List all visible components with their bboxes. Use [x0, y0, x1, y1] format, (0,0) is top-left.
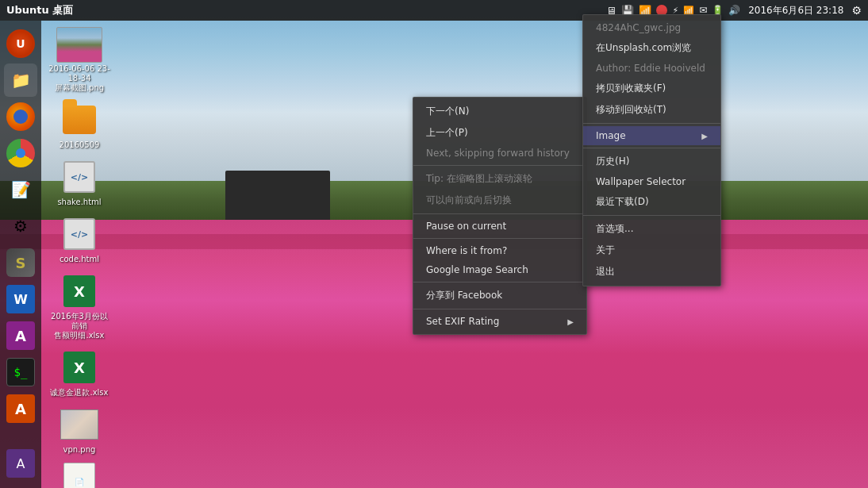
desktop-icon-excel2[interactable]: X 诚意金退款.xlsx	[48, 348, 111, 398]
files-icon: 📁	[11, 71, 31, 90]
menu-item-move[interactable]: 移动到回收站(T)	[583, 99, 720, 121]
font-icon: A	[6, 321, 35, 350]
desktop-icon-excel1[interactable]: X 2016年3月份以前销售额明细.xlsx	[48, 272, 111, 340]
desktop-icon-wechat[interactable]: 📄 微信公众号发消息.txt	[48, 463, 111, 488]
settings-dock-icon: ⚙	[13, 217, 28, 236]
datetime-label: 2016年6月6日 23:18	[748, 4, 843, 17]
separator-5	[413, 309, 586, 309]
dock-item-font[interactable]: A	[4, 319, 37, 352]
menu-item-history[interactable]: 历史(H)	[583, 151, 720, 172]
menu-item-recent[interactable]: 最近下载(D)	[583, 191, 720, 213]
sublime-icon: S	[6, 248, 35, 277]
wechat-icon: 📄	[60, 463, 98, 488]
separator-2	[413, 213, 586, 214]
topbar: Ubuntu 桌面 🖥 💾 📶 ⚡ 📶 ✉ 🔋 🔊 2016年6月6日 23:1…	[0, 0, 868, 21]
firefox-globe	[13, 110, 28, 124]
vpn-icon	[60, 405, 98, 444]
context-menu-left: 下一个(N) 上一个(P) Next, skipping forward his…	[413, 97, 587, 335]
dock-item-sublime[interactable]: S	[4, 246, 37, 279]
dock-item-word[interactable]: W	[4, 282, 37, 316]
barn	[225, 171, 329, 220]
dock-item-texteditor[interactable]: 📝	[4, 173, 37, 206]
folder2016-label: 20160509	[60, 140, 100, 150]
menu-item-tip1: Tip: 在缩略图上滚动滚轮	[413, 168, 586, 190]
texteditor-icon: 📝	[11, 180, 31, 199]
menu-item-image[interactable]: Image ▶	[583, 126, 720, 145]
code-label: code.html	[60, 255, 99, 264]
dock-item-ubuntu[interactable]: U	[4, 27, 37, 60]
menu-item-quit[interactable]: 退出	[583, 261, 720, 282]
terminal-icon: $_	[6, 358, 35, 386]
separator-3	[413, 238, 586, 239]
word-icon: W	[6, 285, 35, 313]
desktop-icon-screenshot[interactable]: 2016-06-06 23-18-34屏幕截图.png	[48, 27, 111, 93]
dock: U 📁 📝 ⚙ S W	[0, 21, 41, 488]
menu-item-facebook[interactable]: 分享到 Facebook	[413, 285, 586, 306]
dock-item-settings[interactable]: ⚙	[4, 209, 37, 243]
menu-item-author: Author: Eddie Hooiveld	[583, 59, 720, 78]
more-icon: A	[6, 449, 35, 478]
exif-arrow-icon: ▶	[567, 317, 574, 326]
desktop: Ubuntu 桌面 🖥 💾 📶 ⚡ 📶 ✉ 🔋 🔊 2016年6月6日 23:1…	[0, 0, 868, 488]
menu-item-copy[interactable]: 拷贝到收藏夹(F)	[583, 78, 720, 99]
separator-r3	[583, 215, 720, 216]
separator-r1	[583, 123, 720, 124]
excel2-label: 诚意金退款.xlsx	[50, 388, 108, 398]
excel2-icon: X	[60, 348, 98, 386]
menu-item-exif[interactable]: Set EXIF Rating ▶	[413, 312, 586, 331]
chrome-center	[16, 148, 25, 158]
separator-1	[413, 165, 586, 166]
separator-r2	[583, 148, 720, 148]
chrome-icon	[6, 139, 35, 167]
vpn-label: vpn.png	[63, 445, 96, 455]
shake-icon: </>	[60, 158, 98, 196]
volume-icon: 🔊	[728, 5, 740, 16]
separator-4	[413, 282, 586, 282]
code-icon: </>	[60, 215, 98, 253]
topbar-title: Ubuntu 桌面	[6, 3, 73, 17]
ubuntu-logo: U	[6, 29, 35, 58]
menu-item-where[interactable]: Where is it from?	[413, 241, 586, 260]
firefox-icon	[6, 102, 35, 131]
menu-item-wallpaper[interactable]: Wallpaper Selector	[583, 172, 720, 191]
desktop-icon-vpn[interactable]: vpn.png	[48, 405, 111, 455]
screenshot-preview	[56, 27, 102, 63]
archive-icon: A	[6, 394, 35, 423]
menu-item-pause[interactable]: Pause on current	[413, 217, 586, 236]
dock-item-chrome[interactable]	[4, 136, 37, 170]
desktop-icons-area: 2016-06-06 23-18-34屏幕截图.png 20160509 </>…	[48, 24, 111, 488]
menu-item-prev[interactable]: 上一个(P)	[413, 122, 586, 144]
context-menu-right: 4824AhC_gwc.jpg 在Unsplash.com浏览 Author: …	[582, 14, 721, 286]
dock-item-terminal[interactable]: $_	[4, 355, 37, 389]
menu-item-google[interactable]: Google Image Search	[413, 260, 586, 279]
excel1-label: 2016年3月份以前销售额明细.xlsx	[48, 312, 110, 340]
menu-item-prefs[interactable]: 首选项...	[583, 218, 720, 240]
shake-label: shake.html	[57, 198, 101, 207]
dock-item-archive[interactable]: A	[4, 392, 37, 425]
menu-item-about[interactable]: 关于	[583, 240, 720, 261]
folder2016-icon	[60, 101, 98, 139]
screenshot-label: 2016-06-06 23-18-34屏幕截图.png	[48, 64, 110, 93]
settings-icon[interactable]: ⚙	[851, 4, 862, 17]
dock-item-more[interactable]: A	[4, 447, 37, 480]
desktop-icon-code[interactable]: </> code.html	[48, 215, 111, 264]
dock-item-firefox[interactable]	[4, 100, 37, 133]
menu-item-filename: 4824AhC_gwc.jpg	[583, 18, 720, 37]
menu-item-next-skip: Next, skipping forward history	[413, 144, 586, 163]
dock-item-files[interactable]: 📁	[4, 63, 37, 97]
menu-item-tip2: 可以向前或向后切换	[413, 190, 586, 211]
desktop-icon-folder2016[interactable]: 20160509	[48, 101, 111, 150]
menu-item-next[interactable]: 下一个(N)	[413, 101, 586, 122]
desktop-icon-shake[interactable]: </> shake.html	[48, 158, 111, 207]
menu-item-unsplash[interactable]: 在Unsplash.com浏览	[583, 37, 720, 59]
excel1-icon: X	[60, 272, 98, 310]
image-arrow-icon: ▶	[701, 132, 708, 140]
